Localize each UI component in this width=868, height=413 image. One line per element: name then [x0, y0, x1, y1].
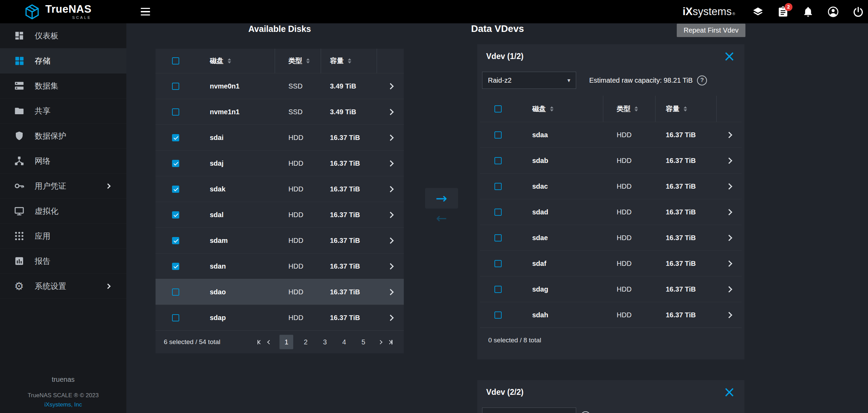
account-icon[interactable] [827, 6, 839, 17]
column-header-type[interactable]: 类型 [603, 96, 655, 122]
row-checkbox[interactable] [494, 311, 502, 319]
disk-row-sdap[interactable]: sdapHDD16.37 TiB [156, 305, 404, 330]
alerts-bell-icon[interactable] [802, 6, 814, 17]
row-details-chevron[interactable] [726, 132, 732, 138]
power-icon[interactable] [853, 6, 864, 17]
disk-row-sdaa[interactable]: sdaaHDD16.37 TiB [480, 122, 742, 148]
sidebar-item-protection[interactable]: 数据保护 [0, 123, 126, 149]
sidebar-item-label: 应用 [35, 231, 50, 241]
column-header-capacity[interactable]: 容量 [655, 96, 717, 122]
row-details-chevron[interactable] [387, 160, 393, 166]
row-checkbox[interactable] [172, 211, 179, 219]
page-button-3[interactable]: 3 [318, 335, 332, 349]
close-icon[interactable]: × [723, 50, 735, 62]
layers-icon[interactable] [752, 6, 764, 17]
repeat-first-vdev-button[interactable]: Repeat First Vdev [677, 24, 745, 37]
sidebar-item-reporting[interactable]: 报告 [0, 249, 126, 274]
disk-row-nvme1n1[interactable]: nvme1n1SSD3.49 TiB [156, 99, 404, 125]
page-button-2[interactable]: 2 [299, 335, 312, 349]
sidebar-item-shares[interactable]: 共享 [0, 98, 126, 123]
column-header-type[interactable]: 类型 [275, 49, 321, 73]
table-footer: 6 selected / 54 total 12345 [156, 330, 404, 353]
row-details-chevron[interactable] [387, 289, 393, 295]
sidebar-item-system[interactable]: ⚙系统设置 [0, 274, 126, 299]
row-details-chevron[interactable] [726, 209, 732, 215]
row-checkbox[interactable] [494, 286, 502, 293]
row-checkbox[interactable] [494, 209, 502, 216]
row-checkbox[interactable] [494, 131, 502, 139]
row-checkbox[interactable] [494, 183, 502, 190]
disk-row-sdan[interactable]: sdanHDD16.37 TiB [156, 253, 404, 279]
menu-toggle-icon[interactable] [141, 8, 150, 15]
row-checkbox[interactable] [494, 234, 502, 241]
first-page-button[interactable] [254, 340, 265, 344]
row-details-chevron[interactable] [387, 315, 393, 321]
close-icon[interactable]: × [723, 386, 735, 398]
sidebar-item-datasets[interactable]: 数据集 [0, 73, 126, 98]
ixsystems-link[interactable]: iXsystems, Inc [0, 401, 126, 408]
tasks-clipboard-icon[interactable]: 2 [777, 6, 789, 17]
disk-row-sdaf[interactable]: sdafHDD16.37 TiB [480, 250, 742, 276]
row-checkbox[interactable] [172, 134, 179, 141]
help-icon[interactable]: ? [581, 411, 591, 413]
row-checkbox[interactable] [172, 83, 179, 90]
next-page-button[interactable] [376, 341, 385, 344]
prev-page-button[interactable] [265, 341, 274, 344]
row-checkbox[interactable] [172, 108, 179, 116]
sidebar-item-dashboard[interactable]: 仪表板 [0, 23, 126, 48]
disk-row-sdao[interactable]: sdaoHDD16.37 TiB [156, 279, 404, 305]
disk-row-sdaj[interactable]: sdajHDD16.37 TiB [156, 150, 404, 176]
raid-type-select[interactable]: Raid-z2 ▾ [482, 72, 576, 89]
column-header-disk[interactable]: 磁盘 [195, 49, 275, 73]
row-checkbox[interactable] [494, 260, 502, 267]
page-button-4[interactable]: 4 [337, 335, 351, 349]
row-checkbox[interactable] [172, 160, 179, 167]
truenas-logo[interactable]: TrueNAS SCALE [0, 4, 126, 20]
row-checkbox[interactable] [172, 288, 179, 296]
row-details-chevron[interactable] [387, 212, 393, 218]
row-checkbox[interactable] [172, 237, 179, 244]
sidebar-item-credentials[interactable]: 用户凭证 [0, 174, 126, 199]
disk-row-sdad[interactable]: sdadHDD16.37 TiB [480, 199, 742, 225]
move-right-button[interactable]: → [425, 188, 458, 209]
row-details-chevron[interactable] [387, 134, 393, 141]
raid-type-select[interactable]: ▾ [482, 408, 576, 413]
help-icon[interactable]: ? [697, 75, 707, 85]
row-checkbox[interactable] [172, 263, 179, 270]
row-details-chevron[interactable] [726, 286, 732, 292]
select-all-checkbox[interactable] [172, 57, 179, 64]
row-details-chevron[interactable] [387, 109, 393, 115]
row-details-chevron[interactable] [726, 183, 732, 189]
disk-row-sdag[interactable]: sdagHDD16.37 TiB [480, 276, 742, 302]
disk-row-sdab[interactable]: sdabHDD16.37 TiB [480, 148, 742, 173]
row-details-chevron[interactable] [726, 235, 732, 241]
page-button-5[interactable]: 5 [356, 335, 370, 349]
row-checkbox[interactable] [494, 157, 502, 164]
disk-row-sdak[interactable]: sdakHDD16.37 TiB [156, 176, 404, 202]
select-all-checkbox[interactable] [494, 105, 502, 113]
sidebar-item-apps[interactable]: 应用 [0, 224, 126, 249]
sidebar-item-network[interactable]: 网络 [0, 149, 126, 174]
row-details-chevron[interactable] [387, 186, 393, 192]
row-details-chevron[interactable] [726, 157, 732, 164]
row-details-chevron[interactable] [387, 263, 393, 269]
row-details-chevron[interactable] [726, 312, 732, 318]
disk-row-sdal[interactable]: sdalHDD16.37 TiB [156, 202, 404, 227]
disk-row-sdae[interactable]: sdaeHDD16.37 TiB [480, 225, 742, 250]
sidebar-item-storage[interactable]: 存储 [0, 48, 126, 73]
disk-row-sdai[interactable]: sdaiHDD16.37 TiB [156, 125, 404, 150]
disk-row-sdam[interactable]: sdamHDD16.37 TiB [156, 227, 404, 253]
last-page-button[interactable] [385, 340, 396, 344]
row-checkbox[interactable] [172, 314, 179, 321]
column-header-disk[interactable]: 磁盘 [516, 96, 603, 122]
row-details-chevron[interactable] [387, 83, 393, 89]
page-button-1[interactable]: 1 [279, 335, 293, 349]
disk-row-nvme0n1[interactable]: nvme0n1SSD3.49 TiB [156, 73, 404, 99]
disk-row-sdah[interactable]: sdahHDD16.37 TiB [480, 302, 742, 328]
row-details-chevron[interactable] [387, 237, 393, 244]
sidebar-item-virtualization[interactable]: 虚拟化 [0, 199, 126, 224]
column-header-capacity[interactable]: 容量 [321, 49, 377, 73]
disk-row-sdac[interactable]: sdacHDD16.37 TiB [480, 173, 742, 199]
row-details-chevron[interactable] [726, 260, 732, 267]
row-checkbox[interactable] [172, 186, 179, 193]
